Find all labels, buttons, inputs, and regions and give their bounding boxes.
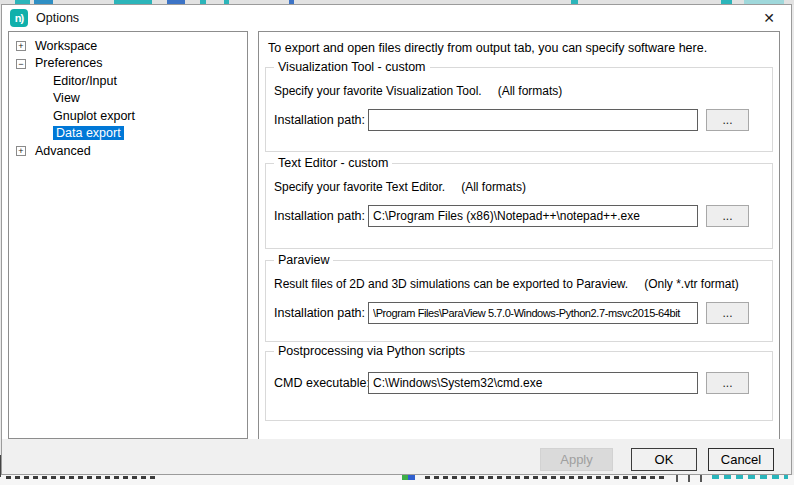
cmd-executable-label: CMD executable:: [274, 372, 370, 394]
group-visualization-tool: Visualization Tool - custom Specify your…: [265, 67, 773, 152]
tree-item-preferences[interactable]: − Preferences: [9, 55, 247, 73]
window-title: Options: [36, 11, 79, 25]
field-row: Installation path: ...: [274, 302, 764, 324]
expand-icon[interactable]: +: [16, 146, 26, 156]
panel-intro-text: To export and open files directly from o…: [268, 41, 707, 56]
data-export-settings-panel: To export and open files directly from o…: [258, 31, 780, 440]
settings-tree: + Workspace − Preferences Editor/Input V…: [8, 31, 248, 439]
text-editor-path-input[interactable]: [368, 205, 698, 227]
tree-item-gnuplot-export[interactable]: Gnuplot export: [9, 107, 247, 125]
tree-item-label: Editor/Input: [53, 74, 117, 88]
group-title: Text Editor - custom: [274, 156, 392, 170]
browse-button[interactable]: ...: [706, 302, 749, 324]
group-title: Visualization Tool - custom: [274, 60, 430, 74]
tree-item-workspace[interactable]: + Workspace: [9, 37, 247, 55]
background-divider: [688, 475, 690, 482]
browse-button[interactable]: ...: [706, 109, 749, 131]
tree-item-advanced[interactable]: + Advanced: [9, 142, 247, 160]
description-text: Specify your favorite Visualization Tool…: [274, 84, 482, 98]
installation-path-label: Installation path:: [274, 205, 365, 227]
background-text-fragment: [6, 476, 158, 479]
tree-item-label: Workspace: [35, 39, 97, 53]
paraview-path-input[interactable]: [368, 302, 698, 324]
background-text-fragment: [425, 476, 667, 479]
tree-item-label: Gnuplot export: [53, 109, 135, 123]
close-icon[interactable]: ✕: [755, 7, 783, 29]
cmd-executable-input[interactable]: [368, 372, 698, 394]
browse-button[interactable]: ...: [706, 205, 749, 227]
options-dialog: n) Options ✕ + Workspace − Preferences E…: [1, 4, 792, 475]
visualization-tool-path-input[interactable]: [368, 109, 698, 131]
group-postprocessing-python: Postprocessing via Python scripts CMD ex…: [265, 351, 773, 421]
ok-button[interactable]: OK: [631, 448, 697, 471]
group-description: Specify your favorite Visualization Tool…: [274, 84, 562, 98]
background-divider: [700, 475, 702, 482]
field-row: Installation path: ...: [274, 109, 764, 131]
field-row: CMD executable: ...: [274, 372, 764, 394]
installation-path-label: Installation path:: [274, 109, 365, 131]
background-icon-fragment: [402, 475, 415, 480]
background-divider: [676, 475, 678, 482]
tree-item-label: View: [53, 91, 80, 105]
app-logo-icon: n): [10, 9, 28, 27]
title-bar[interactable]: n) Options ✕: [2, 5, 791, 31]
field-row: Installation path: ...: [274, 205, 764, 227]
group-description: Specify your favorite Text Editor.(All f…: [274, 180, 526, 194]
tree-item-label: Advanced: [35, 144, 91, 158]
group-paraview: Paraview Result files of 2D and 3D simul…: [265, 260, 773, 342]
tree-item-editor-input[interactable]: Editor/Input: [9, 72, 247, 90]
installation-path-label: Installation path:: [274, 302, 365, 324]
background-window-bottom-edge: [0, 475, 794, 485]
group-text-editor: Text Editor - custom Specify your favori…: [265, 163, 773, 249]
tree-item-view[interactable]: View: [9, 90, 247, 108]
description-text: Specify your favorite Text Editor.: [274, 180, 445, 194]
browse-button[interactable]: ...: [706, 372, 749, 394]
expand-icon[interactable]: +: [16, 41, 26, 51]
tree-item-label: Preferences: [35, 56, 102, 70]
format-note: (Only *.vtr format): [644, 277, 739, 291]
background-text-fragment: [712, 475, 788, 479]
apply-button[interactable]: Apply: [540, 448, 613, 471]
collapse-icon[interactable]: −: [16, 59, 26, 69]
dialog-footer: Apply OK Cancel: [2, 439, 791, 474]
format-note: (All formats): [498, 84, 563, 98]
group-title: Paraview: [274, 253, 333, 267]
description-text: Result files of 2D and 3D simulations ca…: [274, 277, 628, 291]
format-note: (All formats): [461, 180, 526, 194]
group-title: Postprocessing via Python scripts: [274, 344, 469, 358]
tree-item-label-selected: Data export: [53, 126, 124, 140]
cancel-button[interactable]: Cancel: [708, 448, 774, 471]
screen: n) Options ✕ + Workspace − Preferences E…: [0, 0, 794, 485]
tree-item-data-export[interactable]: Data export: [9, 125, 247, 143]
group-description: Result files of 2D and 3D simulations ca…: [274, 277, 739, 291]
